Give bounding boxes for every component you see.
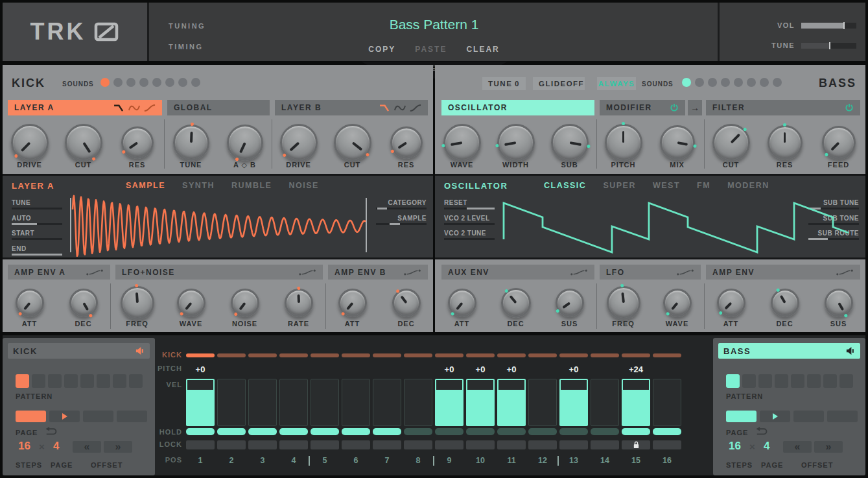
bass-tune-field[interactable]: TUNE0 bbox=[482, 77, 526, 90]
velocity-bar[interactable] bbox=[279, 379, 308, 426]
knob-res[interactable]: RES bbox=[758, 118, 812, 174]
sine-icon[interactable] bbox=[128, 104, 140, 112]
velocity-bar[interactable] bbox=[435, 379, 463, 426]
hold-bar[interactable] bbox=[622, 428, 650, 435]
sound-slot-6[interactable] bbox=[747, 78, 756, 87]
amp-env-a-header[interactable]: AMP ENV A bbox=[8, 265, 110, 280]
velocity-bar[interactable] bbox=[497, 379, 526, 426]
filter-slope-icon[interactable] bbox=[379, 104, 390, 112]
lock-slot[interactable] bbox=[559, 440, 588, 449]
bass-offset-left-button[interactable]: « bbox=[783, 441, 812, 453]
sound-slot-8[interactable] bbox=[773, 78, 782, 87]
hold-bar[interactable] bbox=[279, 428, 308, 435]
pattern-slot-1[interactable] bbox=[16, 374, 29, 388]
knob-rate[interactable]: RATE bbox=[272, 283, 325, 332]
knob-freq[interactable]: FREQ bbox=[110, 283, 164, 332]
hold-bar[interactable] bbox=[404, 428, 432, 435]
bass-waveform[interactable] bbox=[435, 176, 865, 261]
pitch-value[interactable] bbox=[528, 364, 557, 374]
vol-slider[interactable] bbox=[801, 23, 856, 29]
pitch-value[interactable]: +0 bbox=[466, 364, 495, 374]
lock-slot[interactable] bbox=[591, 440, 619, 449]
pattern-slot-8[interactable] bbox=[129, 374, 143, 388]
knob-sus[interactable]: SUS bbox=[812, 283, 865, 332]
bass-seq-header[interactable]: BASS bbox=[718, 343, 860, 359]
pitch-value[interactable] bbox=[591, 364, 619, 374]
page-slot-2[interactable] bbox=[760, 411, 790, 422]
kick-step-bar[interactable] bbox=[497, 353, 526, 357]
knob-wave[interactable]: WAVE bbox=[435, 118, 489, 174]
pattern-slot-2[interactable] bbox=[32, 374, 45, 388]
knob-cut[interactable]: CUT bbox=[704, 118, 758, 174]
curve-icon[interactable] bbox=[410, 104, 421, 112]
velocity-bar[interactable] bbox=[528, 379, 557, 426]
pitch-value[interactable] bbox=[373, 364, 401, 374]
pattern-slot-5[interactable] bbox=[791, 374, 804, 388]
sound-slot-1[interactable] bbox=[100, 78, 110, 87]
knob-noise[interactable]: NOISE bbox=[218, 283, 272, 332]
pattern-slot-6[interactable] bbox=[807, 374, 821, 388]
hold-bar[interactable] bbox=[342, 428, 370, 435]
sound-slot-2[interactable] bbox=[695, 78, 704, 87]
curve-icon[interactable] bbox=[144, 104, 156, 112]
hold-bar[interactable] bbox=[466, 428, 495, 435]
lock-slot[interactable] bbox=[653, 440, 681, 449]
modifier-route-arrow[interactable]: → bbox=[688, 100, 702, 115]
loop-icon[interactable] bbox=[753, 427, 769, 439]
bass-glide-value[interactable]: OFF bbox=[567, 80, 585, 88]
knob-feed[interactable]: FEED bbox=[812, 118, 865, 174]
modifier-power-icon[interactable] bbox=[670, 103, 679, 112]
lock-slot[interactable] bbox=[186, 440, 215, 449]
pattern-slot-7[interactable] bbox=[113, 374, 126, 388]
pitch-value[interactable]: +0 bbox=[559, 364, 588, 374]
bass-always-toggle[interactable]: ALWAYS bbox=[597, 77, 636, 90]
pitch-value[interactable] bbox=[404, 364, 432, 374]
lock-slot[interactable] bbox=[248, 440, 277, 449]
pitch-value[interactable] bbox=[653, 364, 681, 374]
tab-global[interactable]: GLOBAL bbox=[167, 100, 270, 115]
hold-bar[interactable] bbox=[497, 428, 526, 435]
copy-button[interactable]: COPY bbox=[368, 45, 395, 54]
knob-wave[interactable]: WAVE bbox=[164, 283, 218, 332]
kick-offset-right-button[interactable]: » bbox=[104, 441, 132, 453]
tab-layer-a[interactable]: LAYER A bbox=[8, 100, 162, 115]
velocity-bar[interactable] bbox=[466, 379, 495, 426]
page-slot-4[interactable] bbox=[827, 411, 858, 422]
kick-step-bar[interactable] bbox=[217, 353, 246, 357]
sound-slot-8[interactable] bbox=[191, 78, 200, 87]
amp-env-b-header[interactable]: AMP ENV B bbox=[328, 265, 428, 280]
pattern-slot-4[interactable] bbox=[775, 374, 788, 388]
pattern-slot-5[interactable] bbox=[80, 374, 94, 388]
lock-slot[interactable] bbox=[466, 440, 495, 449]
kick-steps-value[interactable]: 16 bbox=[18, 440, 30, 453]
knob-wave[interactable]: WAVE bbox=[650, 283, 704, 332]
velocity-bar[interactable] bbox=[591, 379, 619, 426]
kick-step-bar[interactable] bbox=[435, 353, 463, 357]
page-slot-3[interactable] bbox=[793, 411, 824, 422]
pattern-slot-4[interactable] bbox=[64, 374, 78, 388]
lock-slot[interactable] bbox=[217, 440, 246, 449]
amp-env-header[interactable]: AMP ENV bbox=[706, 265, 860, 280]
kick-page-value[interactable]: 4 bbox=[53, 440, 59, 453]
knob-tune[interactable]: TUNE bbox=[164, 118, 218, 174]
velocity-bar[interactable] bbox=[653, 379, 681, 426]
aux-env-header[interactable]: AUX ENV bbox=[441, 265, 594, 280]
knob-res[interactable]: RES bbox=[379, 118, 433, 174]
sound-slot-1[interactable] bbox=[682, 78, 691, 87]
hold-bar[interactable] bbox=[435, 428, 463, 435]
pattern-title[interactable]: Bass Pattern 1 bbox=[390, 17, 479, 32]
timing-label[interactable]: TIMING bbox=[169, 43, 204, 51]
pitch-value[interactable]: +0 bbox=[497, 364, 526, 374]
kick-offset-left-button[interactable]: « bbox=[73, 441, 101, 453]
knob-dec[interactable]: DEC bbox=[489, 283, 543, 332]
lock-slot[interactable] bbox=[497, 440, 526, 449]
knob-pitch[interactable]: PITCH bbox=[596, 118, 650, 174]
bass-tune-value[interactable]: 0 bbox=[515, 80, 520, 88]
sound-slot-4[interactable] bbox=[721, 78, 730, 87]
filter-power-icon[interactable] bbox=[845, 103, 854, 112]
hold-bar[interactable] bbox=[653, 428, 681, 435]
knob-mix[interactable]: MIX bbox=[650, 118, 704, 174]
bass-page-value[interactable]: 4 bbox=[764, 440, 769, 453]
paste-button[interactable]: PASTE bbox=[415, 45, 447, 54]
hold-bar[interactable] bbox=[559, 428, 588, 435]
